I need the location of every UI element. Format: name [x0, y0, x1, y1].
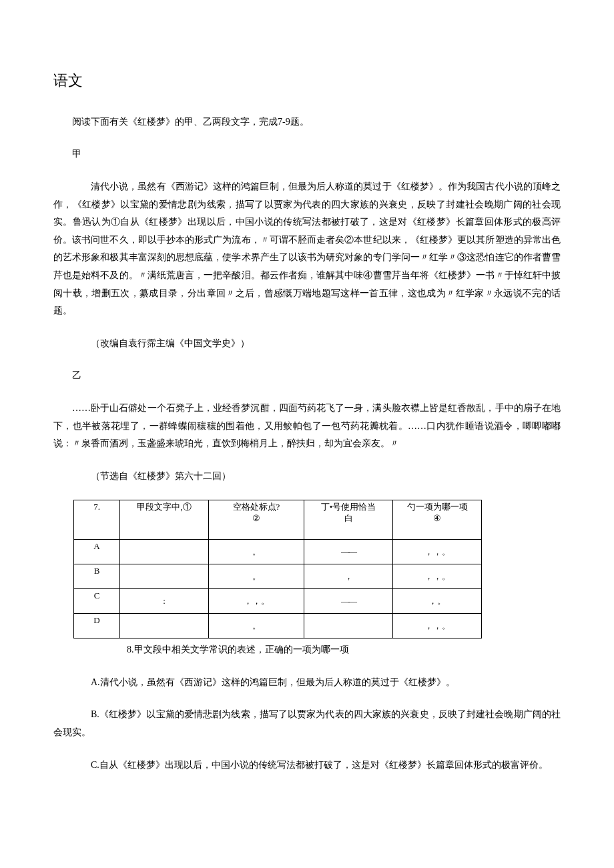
citation-jia: （改编自袁行霈主编《中国文学史》）	[53, 335, 561, 353]
head-col-4-top: 勺一项为哪一项	[397, 502, 477, 513]
cell	[120, 540, 209, 564]
cell: 。	[209, 540, 304, 564]
table-row: C : ，，。 —— ，。	[74, 589, 482, 614]
cell	[120, 564, 209, 589]
cell: 。	[209, 564, 304, 589]
label-yi: 乙	[53, 367, 561, 385]
head-col-3-bot: 白	[308, 513, 388, 524]
cell: ，，。	[393, 564, 482, 589]
head-col-4-bot: ④	[397, 513, 477, 524]
cell: ——	[304, 589, 393, 614]
cell	[120, 614, 209, 638]
question-8-option-a: A.清代小说，虽然有《西游记》这样的鸿篇巨制，但最为后人称道的莫过于《红楼梦》。	[53, 674, 561, 692]
cell: 。	[209, 614, 304, 638]
passage-yi: ……卧于山石僻处一个石凳子上，业经香梦沉酣，四面芍药花飞了一身，满头脸衣襟上皆是…	[53, 400, 561, 453]
head-col-3-top: 丁•号使用恰当	[308, 502, 388, 513]
reading-instruction: 阅读下面有关《红楼梦》的甲、乙两段文字，完成7-9题。	[53, 113, 561, 131]
opt-cell: C	[74, 589, 120, 614]
cell: ，，。	[209, 589, 304, 614]
head-col-2-bot: ②	[213, 513, 300, 524]
citation-yi: （节选自《红楼梦》第六十二回）	[53, 468, 561, 486]
question-8-stem: 8.甲文段中相关文学常识的表述，正确的一项为哪一项	[127, 641, 561, 659]
head-col-1-bot: 甲段文字中,①	[124, 502, 204, 513]
head-col-3: 丁•号使用恰当 白	[304, 500, 393, 540]
table-row: D 。 ，，。	[74, 614, 482, 638]
table-row: A 。 —— ，，。	[74, 540, 482, 564]
question-8-option-b: B.《红楼梦》以宝黛的爱情悲剧为线索，描写了以贾家为代表的四大家族的兴衰史，反映…	[53, 706, 561, 741]
cell: ，。	[393, 589, 482, 614]
head-col-2: 空格处标点? ②	[209, 500, 304, 540]
table-row: B 。 ， ，，。	[74, 564, 482, 589]
question-7-table: 7. 甲段文字中,① 空格处标点? ② 丁•号使用恰当 白 勺一项为哪一项 ④ …	[73, 500, 482, 638]
opt-cell: D	[74, 614, 120, 638]
opt-cell: B	[74, 564, 120, 589]
table-head-row: 7. 甲段文字中,① 空格处标点? ② 丁•号使用恰当 白 勺一项为哪一项 ④	[74, 500, 482, 540]
cell	[304, 614, 393, 638]
opt-cell: A	[74, 540, 120, 564]
cell: :	[120, 589, 209, 614]
head-col-4: 勺一项为哪一项 ④	[393, 500, 482, 540]
q7-number-cell: 7.	[74, 500, 120, 540]
head-col-1: 甲段文字中,①	[120, 500, 209, 540]
cell: ——	[304, 540, 393, 564]
cell: ，	[304, 564, 393, 589]
cell: ，，。	[393, 540, 482, 564]
doc-title: 语文	[53, 67, 561, 95]
cell: ，，。	[393, 614, 482, 638]
passage-jia: 清代小说，虽然有《西游记》这样的鸿篇巨制，但最为后人称道的莫过于《红楼梦》。作为…	[53, 178, 561, 320]
question-8-option-c: C.自从《红楼梦》出现以后，中国小说的传统写法都被打破了，这是对《红楼梦》长篇章…	[53, 757, 561, 775]
head-col-2-top: 空格处标点?	[213, 502, 300, 513]
label-jia: 甲	[53, 145, 561, 163]
